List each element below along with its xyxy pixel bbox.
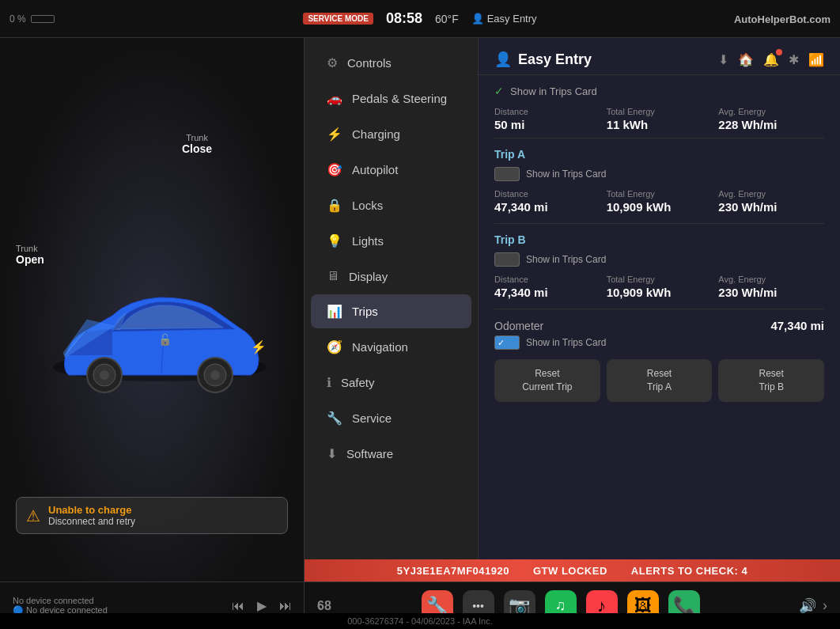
prev-button[interactable]: ⏮ (232, 599, 244, 613)
frunk-value: Open (16, 253, 44, 266)
trunk-title: Trunk (182, 133, 212, 142)
svg-point-6 (210, 370, 220, 380)
charging-icon: ⚡ (327, 127, 342, 142)
download-icon[interactable]: ⬇ (718, 52, 728, 67)
divider-2 (494, 223, 824, 224)
header-icons: ⬇ 🏠 🔔 ✱ 📶 (718, 52, 824, 67)
trip-b-avg: Avg. Energy 230 Wh/mi (718, 275, 824, 299)
trip-b-avg-value: 230 Wh/mi (718, 286, 824, 299)
status-bar: 0 % SERVICE MODE 08:58 60°F 👤 Easy Entry… (0, 0, 840, 38)
current-distance-label: Distance (494, 107, 600, 116)
software-label: Software (346, 447, 393, 460)
current-energy-value: 11 kWh (607, 118, 713, 131)
trip-a-title: Trip A (494, 148, 824, 161)
svg-point-3 (100, 370, 109, 380)
odometer-value: 47,340 mi (770, 319, 824, 332)
home-icon[interactable]: 🏠 (738, 52, 754, 67)
warning-title: Unable to charge (48, 504, 135, 516)
trip-b-energy: Total Energy 10,909 kWh (607, 275, 713, 299)
charging-label: Charging (352, 127, 400, 141)
controls-label: Controls (347, 56, 392, 70)
person-icon: 👤 (471, 13, 484, 25)
vin-text: 5YJ3E1EA7MF041920 (397, 565, 509, 577)
autopilot-label: Autopilot (352, 163, 398, 176)
trip-b-toggle[interactable] (494, 252, 520, 267)
trip-b-section: Trip B Show in Trips Card Distance 47,34… (494, 233, 824, 299)
trip-a-toggle[interactable] (494, 167, 520, 181)
menu-item-software[interactable]: ⬇ Software (311, 437, 471, 471)
warning-text: Unable to charge Disconnect and retry (48, 504, 135, 527)
content-header: 👤 Easy Entry ⬇ 🏠 🔔 ✱ 📶 (479, 38, 840, 75)
frunk-title: Trunk (16, 244, 44, 253)
autopilot-icon: 🎯 (327, 162, 342, 177)
reset-buttons: ResetCurrent Trip ResetTrip A ResetTrip … (494, 359, 824, 402)
reset-trip-a-button[interactable]: ResetTrip A (607, 359, 713, 402)
title-text: Easy Entry (518, 51, 592, 68)
svg-text:⚡: ⚡ (251, 339, 267, 354)
show-trips-row: ✓ Show in Trips Card (494, 85, 824, 97)
signal-icon: 📶 (808, 52, 824, 67)
divider-1 (494, 138, 824, 138)
charge-warning: ⚠ Unable to charge Disconnect and retry (16, 497, 288, 534)
menu-item-display[interactable]: 🖥 Display (311, 260, 471, 293)
taskbar-right-arrow[interactable]: › (823, 597, 827, 614)
trip-a-distance-value: 47,340 mi (494, 200, 600, 214)
trunk-value: Close (182, 142, 212, 155)
trip-b-avg-label: Avg. Energy (718, 275, 824, 284)
bluetooth-icon[interactable]: ✱ (789, 52, 799, 67)
menu-item-safety[interactable]: ℹ Safety (311, 366, 471, 400)
gtw-text: GTW LOCKED (533, 565, 607, 577)
menu-item-charging[interactable]: ⚡ Charging (311, 117, 471, 151)
trip-a-avg-label: Avg. Energy (718, 189, 824, 199)
content-panel: 👤 Easy Entry ⬇ 🏠 🔔 ✱ 📶 ✓ Show in Trips C… (479, 38, 840, 629)
reset-current-trip-button[interactable]: ResetCurrent Trip (494, 359, 600, 402)
menu-item-autopilot[interactable]: 🎯 Autopilot (311, 153, 471, 187)
reset-trip-b-button[interactable]: ResetTrip B (718, 359, 824, 402)
menu-item-controls[interactable]: ⚙ Controls (311, 46, 471, 80)
lights-label: Lights (352, 234, 384, 248)
menu-panel: ⚙ Controls 🚗 Pedals & Steering ⚡ Chargin… (305, 38, 479, 629)
frunk-label: Trunk Open (16, 244, 44, 266)
trip-a-energy-label: Total Energy (607, 189, 713, 199)
service-label: Service (352, 411, 392, 425)
bell-icon[interactable]: 🔔 (763, 52, 779, 67)
show-trips-label: Show in Trips Card (510, 85, 597, 97)
car-background: ⚡ 🔓 Trunk Close Trunk Open ⚠ Unable to c… (0, 38, 304, 629)
title-icon: 👤 (494, 51, 512, 68)
easy-entry-badge[interactable]: 👤 Easy Entry (471, 13, 537, 25)
trip-b-toggle-row: Show in Trips Card (494, 252, 824, 267)
trip-a-energy-value: 10,909 kWh (607, 200, 713, 214)
locks-icon: 🔒 (327, 198, 342, 213)
trip-b-distance-label: Distance (494, 275, 600, 284)
menu-item-service[interactable]: 🔧 Service (311, 401, 471, 435)
menu-item-pedals[interactable]: 🚗 Pedals & Steering (311, 81, 471, 116)
warning-subtitle: Disconnect and retry (48, 516, 135, 527)
trip-a-avg: Avg. Energy 230 Wh/mi (718, 189, 824, 214)
content-title: 👤 Easy Entry (494, 51, 592, 68)
footer-text: 000-36276374 - 04/06/2023 - IAA Inc. (347, 616, 492, 626)
odometer-toggle[interactable]: ✓ (494, 335, 520, 350)
locks-label: Locks (352, 199, 383, 212)
trip-b-energy-label: Total Energy (607, 275, 713, 284)
play-button[interactable]: ▶ (257, 598, 267, 613)
trip-a-toggle-row: Show in Trips Card (494, 167, 824, 181)
menu-item-locks[interactable]: 🔒 Locks (311, 188, 471, 222)
next-button[interactable]: ⏭ (279, 599, 292, 613)
odometer-show-label: Show in Trips Card (526, 337, 606, 348)
trip-a-show-label: Show in Trips Card (526, 169, 606, 180)
taskbar-volume[interactable]: 🔊 (799, 597, 816, 615)
trip-b-stats: Distance 47,340 mi Total Energy 10,909 k… (494, 275, 824, 299)
trip-b-show-label: Show in Trips Card (526, 254, 606, 265)
current-distance-value: 50 mi (494, 118, 600, 131)
status-bar-content: SERVICE MODE 08:58 60°F 👤 Easy Entry (303, 10, 536, 27)
divider-3 (494, 309, 824, 309)
alert-bar: 5YJ3E1EA7MF041920 GTW LOCKED ALERTS TO C… (305, 559, 840, 582)
menu-item-trips[interactable]: 📊 Trips (311, 294, 471, 328)
menu-item-navigation[interactable]: 🧭 Navigation (311, 330, 471, 364)
current-avg-energy: Avg. Energy 228 Wh/mi (718, 107, 824, 131)
menu-item-lights[interactable]: 💡 Lights (311, 224, 471, 258)
car-graphic: ⚡ 🔓 (41, 264, 263, 391)
trip-b-distance: Distance 47,340 mi (494, 275, 600, 299)
player-controls[interactable]: ⏮ ▶ ⏭ (232, 598, 292, 613)
footer-info: 000-36276374 - 04/06/2023 - IAA Inc. (0, 613, 840, 629)
